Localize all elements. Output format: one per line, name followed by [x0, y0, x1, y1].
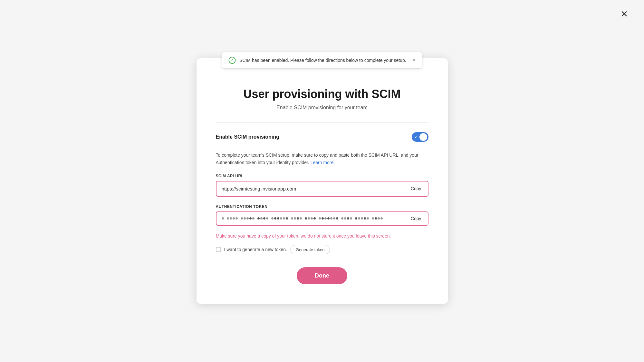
- scim-api-url-label: SCIM API URL: [216, 174, 428, 178]
- done-button-wrapper: Done: [216, 267, 428, 284]
- toast-notification: ✓ SCIM has been enabled. Please follow t…: [222, 52, 422, 69]
- modal: ✓ SCIM has been enabled. Please follow t…: [197, 58, 448, 304]
- auth-token-dots: [216, 213, 404, 224]
- generate-token-button[interactable]: Generate token: [290, 245, 330, 254]
- toggle-check-icon: ✓: [414, 135, 417, 139]
- scim-api-url-field-wrapper: Copy: [216, 181, 428, 197]
- scim-toggle[interactable]: ✓: [412, 132, 428, 142]
- page-title: User provisioning with SCIM: [216, 87, 428, 101]
- toast-success-icon: ✓: [228, 57, 235, 64]
- learn-more-link[interactable]: Learn more.: [311, 160, 335, 165]
- description-text: To complete your team's SCIM setup, make…: [216, 152, 428, 166]
- scim-api-url-copy-button[interactable]: Copy: [404, 182, 428, 195]
- toggle-row: Enable SCIM provisioning ✓: [216, 132, 428, 142]
- toast-close-button[interactable]: ×: [413, 57, 416, 63]
- scim-api-url-input[interactable]: [216, 181, 404, 196]
- page-subtitle: Enable SCIM provisioning for your team: [216, 105, 428, 111]
- auth-token-field-wrapper: Copy: [216, 211, 428, 226]
- toast-message: SCIM has been enabled. Please follow the…: [239, 58, 406, 63]
- done-button[interactable]: Done: [297, 267, 347, 284]
- new-token-checkbox[interactable]: [216, 247, 221, 252]
- divider: [216, 122, 428, 122]
- auth-token-copy-button[interactable]: Copy: [404, 212, 428, 225]
- new-token-row: I want to generate a new token. Generate…: [216, 245, 428, 254]
- new-token-label: I want to generate a new token.: [224, 247, 287, 252]
- warning-text: Make sure you have a copy of your token,…: [216, 233, 428, 239]
- toggle-label: Enable SCIM provisioning: [216, 134, 279, 140]
- page-close-button[interactable]: ✕: [620, 10, 628, 19]
- auth-token-label: Authentication token: [216, 204, 428, 209]
